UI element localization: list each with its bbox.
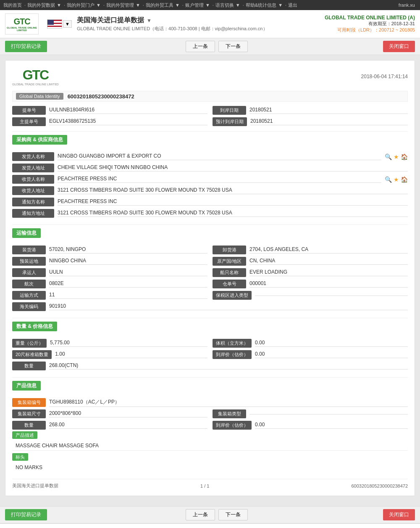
container-size-value: 2000*806*800 bbox=[49, 410, 207, 417]
nav-data[interactable]: 我的外贸数据 bbox=[27, 2, 55, 8]
transport-section-title: 运输信息 bbox=[12, 228, 41, 238]
nav-language-arrow[interactable]: ▼ bbox=[236, 3, 240, 8]
consignee-search-icon[interactable]: 🔍 bbox=[385, 176, 392, 183]
print-button-bottom[interactable]: 打印贸易记录 bbox=[5, 509, 47, 520]
bill-value: UULNNB1804RI616 bbox=[49, 107, 207, 114]
vessel-label: 船只名称 bbox=[213, 268, 246, 277]
record-datetime: 2018-06-04 17:41:14 bbox=[361, 74, 408, 79]
loading-place-value: NINGBO CHINA bbox=[49, 258, 207, 265]
nav-logout[interactable]: 退出 bbox=[288, 2, 297, 8]
marks-value: NO MARKS bbox=[12, 463, 408, 472]
shipper-search-icon[interactable]: 🔍 bbox=[385, 153, 392, 160]
arrival-date-field: 到岸日期 20180521 bbox=[213, 106, 408, 115]
supplier-section-header: 采购商 & 供应商信息 bbox=[12, 135, 408, 149]
close-button-bottom[interactable]: 关闭窗口 bbox=[383, 509, 415, 520]
nav-help[interactable]: 帮助&统计信息 bbox=[246, 2, 276, 8]
volume-label: 体积（立方米） bbox=[213, 339, 252, 348]
product-desc-label: 产品描述 bbox=[12, 431, 37, 439]
nav-account-arrow[interactable]: ▼ bbox=[205, 3, 210, 8]
nav-portal-arrow[interactable]: ▼ bbox=[96, 3, 101, 8]
est-arrival-value: 20180521 bbox=[250, 118, 408, 125]
validity-date: 有效期至：2018-12-31 bbox=[325, 21, 415, 27]
supplier-section: 采购商 & 供应商信息 发货人名称 NINGBO GUANGBO IMPORT … bbox=[12, 135, 408, 218]
product-desc-value: MASSAGE CHAIR MASSAGE SOFA bbox=[12, 441, 408, 451]
close-button-top[interactable]: 关闭窗口 bbox=[383, 41, 415, 52]
consignee-home-icon[interactable]: 🏠 bbox=[401, 176, 408, 183]
consignee-addr-value: 3121 CROSS TIMBERS ROAD SUITE 300 FLOWER… bbox=[58, 187, 408, 194]
next-button-bottom[interactable]: 下一条 bbox=[218, 509, 248, 520]
nav-help-arrow[interactable]: ▼ bbox=[278, 3, 283, 8]
nav-account[interactable]: 账户管理 bbox=[185, 2, 204, 8]
customs-code-label: 海关编码 bbox=[12, 302, 46, 311]
master-bill-field: 主提单号 EGLV143886725135 bbox=[12, 117, 207, 126]
prev-button-bottom[interactable]: 上一条 bbox=[186, 509, 215, 520]
nav-language[interactable]: 语言切换 bbox=[215, 2, 234, 8]
consignee-addr-row: 收货人地址 3121 CROSS TIMBERS ROAD SUITE 300 … bbox=[12, 186, 408, 195]
card-footer-record-id: 6003201805230000238472 bbox=[351, 483, 408, 488]
card-footer-source: 美国海关进口提单数据 bbox=[12, 483, 58, 489]
card-header: GTC GLOBAL TRADE ONLINE LIMITED 2018-06-… bbox=[12, 67, 408, 86]
notify-addr-label: 通知方地址 bbox=[12, 209, 54, 218]
shipper-addr-row: 发货人地址 CHEHE VILLAGE SHIQI TOWN NINGBO CH… bbox=[12, 164, 408, 172]
est-arrival-field: 预计到岸日期 20180521 bbox=[213, 117, 408, 126]
place-row: 预装运地 NINGBO CHINA 原产国/地区 CN, CHINA bbox=[12, 257, 408, 266]
logo-gtc: GTC bbox=[5, 17, 38, 26]
consignee-star-icon[interactable]: ★ bbox=[394, 176, 399, 183]
product-qty-value: 268.00 bbox=[49, 422, 207, 429]
nav-tools-arrow[interactable]: ▼ bbox=[175, 3, 180, 8]
notify-addr-row: 通知方地址 3121 CROSS TIMBERS ROAD SUITE 300 … bbox=[12, 209, 408, 218]
right-company-name: GLOBAL TRADE ONLINE LIMITED (A) bbox=[325, 15, 415, 21]
gdi-value: 6003201805230000238472 bbox=[68, 93, 134, 100]
header-subtitle: GLOBAL TRADE ONLINE LIMITED（电话：400-710-3… bbox=[77, 26, 325, 32]
in-bond-value: 000001 bbox=[249, 280, 408, 288]
container-size-row: 集装箱尺寸 2000*806*800 集装箱类型 bbox=[12, 409, 408, 418]
product-desc-section: 产品描述 bbox=[12, 432, 408, 438]
shipper-addr-label: 发货人地址 bbox=[12, 164, 54, 172]
port-row: 装货港 57020, NINGPO 卸货港 2704, LOS ANGELES,… bbox=[12, 246, 408, 254]
container-type-value bbox=[249, 413, 408, 414]
nav-management-arrow[interactable]: ▼ bbox=[136, 3, 140, 8]
product-qty-price-row: 数量 268.00 到岸价（估价） 0.00 bbox=[12, 421, 408, 430]
master-bill-row: 主提单号 EGLV143886725135 预计到岸日期 20180521 bbox=[12, 117, 408, 126]
voyage-row: 航次 0802E 仓单号 000001 bbox=[12, 280, 408, 288]
weight-label: 重量（公斤） bbox=[12, 339, 47, 348]
prev-button-top[interactable]: 上一条 bbox=[186, 41, 215, 52]
nav-data-arrow[interactable]: ▼ bbox=[57, 3, 61, 8]
shipper-star-icon[interactable]: ★ bbox=[394, 153, 399, 160]
arrival-date-label: 到岸日期 bbox=[213, 106, 246, 115]
shipper-icons: 🔍 ★ 🏠 bbox=[385, 153, 408, 160]
discharge-port-label: 卸货港 bbox=[213, 246, 246, 254]
language-select-btn[interactable]: ▼ bbox=[63, 20, 72, 28]
nav-management[interactable]: 我的外贸管理 bbox=[106, 2, 134, 8]
quantity-row: 数量 268.00(CTN) bbox=[12, 362, 408, 370]
voyage-value: 0802E bbox=[49, 280, 207, 288]
product-section-title: 产品信息 bbox=[12, 381, 41, 391]
transport-section: 运输信息 装货港 57020, NINGPO 卸货港 2704, LOS ANG… bbox=[12, 228, 408, 311]
nav-portal[interactable]: 我的外贸门户 bbox=[67, 2, 94, 8]
ftz-label: 保税区进入类型 bbox=[213, 291, 252, 300]
product-arrival-price-label: 到岸价（估价） bbox=[213, 421, 252, 430]
container-type-label: 集装箱类型 bbox=[213, 409, 246, 418]
marks-label: 标头 bbox=[12, 453, 28, 461]
transport-mode-row: 运输方式 11 保税区进入类型 bbox=[12, 291, 408, 300]
divider-1 bbox=[12, 131, 408, 132]
product-section: 产品信息 集装箱编号 TGHU8988110（AC／L／PP） 集装箱尺寸 20… bbox=[12, 381, 408, 472]
nav-home[interactable]: 我的首页 bbox=[3, 2, 22, 8]
header-right: GLOBAL TRADE ONLINE LIMITED (A) 有效期至：201… bbox=[325, 15, 415, 33]
print-button-top[interactable]: 打印贸易记录 bbox=[5, 41, 47, 52]
title-arrow[interactable]: ▼ bbox=[147, 18, 152, 24]
next-button-top[interactable]: 下一条 bbox=[218, 41, 248, 52]
divider-2 bbox=[12, 224, 408, 225]
card-logo-gtc: GTC bbox=[23, 67, 49, 83]
master-bill-value: EGLV143886725135 bbox=[49, 118, 207, 125]
origin-country-label: 原产国/地区 bbox=[213, 257, 246, 266]
shipper-home-icon[interactable]: 🏠 bbox=[401, 153, 408, 160]
loading-port-label: 装货港 bbox=[12, 246, 46, 254]
nav-tools[interactable]: 我的外贸工具 bbox=[146, 2, 173, 8]
consignee-addr-label: 收货人地址 bbox=[12, 186, 54, 195]
container-no-row: 集装箱编号 TGHU8988110（AC／L／PP） bbox=[12, 398, 408, 407]
marks-section: 标头 bbox=[12, 454, 408, 460]
notify-name-value: PEACHTREE PRESS INC bbox=[58, 198, 408, 206]
discharge-port-value: 2704, LOS ANGELES, CA bbox=[249, 246, 408, 253]
ldr-range: 可用时段（LDR）：200712 ~ 201805 bbox=[325, 27, 415, 33]
